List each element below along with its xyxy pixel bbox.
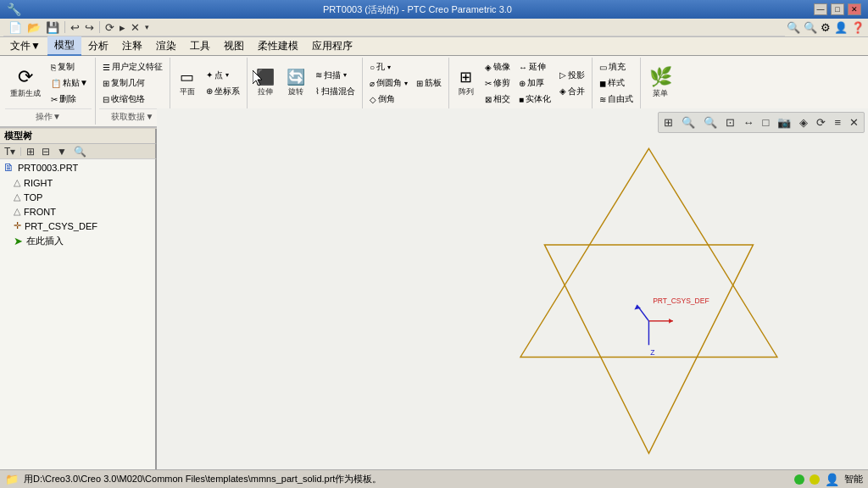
menu-render[interactable]: 渲染 xyxy=(149,37,183,55)
menu-model[interactable]: 模型 xyxy=(47,36,81,56)
plane-icon-front: △ xyxy=(14,206,20,217)
prt0003-label: PRT0003.PRT xyxy=(18,163,78,173)
fill-button[interactable]: ▭填充 xyxy=(596,59,637,75)
status-person-icon: 👤 xyxy=(825,473,839,486)
regenerate-large-button[interactable]: ⟳ 重新生成 xyxy=(5,64,46,103)
insert-here-label: 在此插入 xyxy=(26,235,64,247)
project-button[interactable]: ▷投影 xyxy=(556,68,588,83)
display-mode-button[interactable]: ◈ xyxy=(796,114,811,130)
menu-flexible[interactable]: 柔性建模 xyxy=(251,37,305,55)
plane-button[interactable]: ▭ 平面 xyxy=(174,66,201,101)
menu-view[interactable]: 视图 xyxy=(217,37,251,55)
menu-label: 菜单 xyxy=(653,88,668,99)
paste-button[interactable]: 📋粘贴▼ xyxy=(47,75,92,91)
more-button[interactable]: ≡ xyxy=(831,114,844,130)
freeform-button[interactable]: ≋自由式 xyxy=(596,92,637,107)
csys-button[interactable]: ⊕坐标系 xyxy=(203,84,243,99)
menu-applications[interactable]: 应用程序 xyxy=(305,37,359,55)
tree-settings-button[interactable]: ▼ xyxy=(54,144,70,159)
close-vp-button[interactable]: ✕ xyxy=(846,114,862,130)
menu-tools[interactable]: 工具 xyxy=(183,37,217,55)
point-button[interactable]: ✦点 xyxy=(203,68,243,83)
userdef-button[interactable]: ☰用户定义特征 xyxy=(99,59,166,75)
settings-icon[interactable]: ⚙ xyxy=(821,21,831,34)
sweepmix-button[interactable]: ⌇扫描混合 xyxy=(312,84,359,99)
trim-button[interactable]: ✂修剪 xyxy=(481,75,514,91)
undo-button[interactable]: ↩ xyxy=(69,21,81,34)
tree-item-prt0003[interactable]: 🗎 PRT0003.PRT xyxy=(0,159,155,175)
viewport-toolbar: ⊞ 🔍 🔍 ⊡ ↔ □ 📷 ◈ ⟳ ≡ ✕ xyxy=(658,112,865,133)
minimize-button[interactable]: — xyxy=(814,3,827,15)
menu-annotation[interactable]: 注释 xyxy=(115,37,149,55)
status-dot-green xyxy=(794,474,804,485)
pattern-button[interactable]: ⊞ 阵列 xyxy=(453,66,480,101)
new-button[interactable]: 📄 xyxy=(7,21,24,34)
tree-item-insert[interactable]: ➤ 在此插入 xyxy=(0,233,155,249)
sweep-button[interactable]: ≋扫描 xyxy=(312,68,359,83)
delete-button[interactable]: ✂删除 xyxy=(47,92,92,107)
regenerate-button[interactable]: ⟳ xyxy=(103,21,116,34)
freeform-icon: ≋ xyxy=(599,95,606,104)
revolve-button[interactable]: 🔄 旋转 xyxy=(281,66,310,101)
refit-button[interactable]: ⊡ xyxy=(722,114,738,130)
tree-item-top[interactable]: △ TOP xyxy=(0,190,155,204)
solidify-button[interactable]: ■实体化 xyxy=(515,92,554,107)
mirror-button[interactable]: ◈镜像 xyxy=(481,59,514,75)
zoom-out-button[interactable]: 🔍 xyxy=(700,114,721,130)
zoom-fit-button[interactable]: ⊞ xyxy=(660,114,676,130)
intersect-button[interactable]: ⊠相交 xyxy=(481,92,514,107)
open-button[interactable]: 📂 xyxy=(25,21,42,34)
svg-text:Z: Z xyxy=(650,348,654,357)
extend-button[interactable]: ↔延伸 xyxy=(515,59,554,75)
merge-button[interactable]: ◈合并 xyxy=(556,84,588,99)
folder-status-icon: 📁 xyxy=(5,473,19,485)
top-right-actions: 🔍 🔍 ⚙ 👤 ❓ xyxy=(787,21,865,34)
pan-button[interactable]: ↔ xyxy=(740,114,758,130)
rotate-button[interactable]: ⟳ xyxy=(813,114,829,130)
tree-expand-button[interactable]: ⊞ xyxy=(24,144,37,159)
dropdown-arrow[interactable]: ▾ xyxy=(143,23,151,31)
extrude-button[interactable]: ⬛ 拉伸 xyxy=(251,66,280,101)
save-button[interactable]: 💾 xyxy=(44,21,61,34)
menu-file[interactable]: 文件▼ xyxy=(3,37,47,55)
tree-item-front[interactable]: △ FRONT xyxy=(0,204,155,219)
close-button[interactable]: ✕ xyxy=(848,3,861,15)
tree-item-csys[interactable]: ✛ PRT_CSYS_DEF xyxy=(0,219,155,233)
thicken-button[interactable]: ⊕加厚 xyxy=(515,75,554,91)
insert-here-icon: ➤ xyxy=(14,235,23,247)
chamfer-button[interactable]: ◇倒角 xyxy=(366,92,411,107)
tree-item-right[interactable]: △ RIGHT xyxy=(0,175,155,190)
shrinkwrap-button[interactable]: ⊟收缩包络 xyxy=(99,92,166,107)
fillet-button[interactable]: ⌀倒圆角 xyxy=(366,75,411,91)
sweepmix-icon: ⌇ xyxy=(315,86,320,96)
tree-search-button[interactable]: 🔍 xyxy=(71,144,89,159)
copygeo-button[interactable]: ⊞复制几何 xyxy=(99,75,166,91)
extend-icon: ↔ xyxy=(519,63,527,72)
camera-button[interactable]: 📷 xyxy=(774,114,794,130)
extrude-icon: ⬛ xyxy=(256,69,275,85)
rib-icon: ⊞ xyxy=(416,79,423,88)
menu-analysis[interactable]: 分析 xyxy=(81,37,115,55)
rib-button[interactable]: ⊞筋板 xyxy=(413,75,445,91)
qa-close-button[interactable]: ✕ xyxy=(129,21,142,34)
search-icon[interactable]: 🔍 xyxy=(804,21,817,34)
menu-manager-button[interactable]: 🌿 菜单 xyxy=(644,64,677,103)
zoom-in-button[interactable]: 🔍 xyxy=(678,114,698,130)
point-icon: ✦ xyxy=(206,70,213,80)
fill-icon: ▭ xyxy=(599,63,607,72)
hole-button[interactable]: ○孔 xyxy=(366,59,411,75)
view3d-button[interactable]: □ xyxy=(760,114,773,130)
help-icon[interactable]: 🔍 xyxy=(787,21,800,34)
datum-buttons: ▭ 平面 ✦点 ⊕坐标系 xyxy=(174,59,243,107)
modeltree-toolbar: T▾ | ⊞ ⊟ ▼ 🔍 xyxy=(0,144,157,159)
titlebar-controls: — □ ✕ xyxy=(814,3,861,15)
play-button[interactable]: ▸ xyxy=(118,21,127,34)
tree-collapse-button[interactable]: ⊟ xyxy=(39,144,53,159)
redo-button[interactable]: ↪ xyxy=(83,21,96,34)
tree-filter-button[interactable]: T▾ xyxy=(2,144,18,159)
info-icon[interactable]: ❓ xyxy=(851,21,865,34)
copy-button[interactable]: ⎘复制 xyxy=(47,59,92,75)
style-button[interactable]: ◼样式 xyxy=(596,75,637,91)
maximize-button[interactable]: □ xyxy=(831,3,844,15)
user-icon[interactable]: 👤 xyxy=(834,21,848,34)
